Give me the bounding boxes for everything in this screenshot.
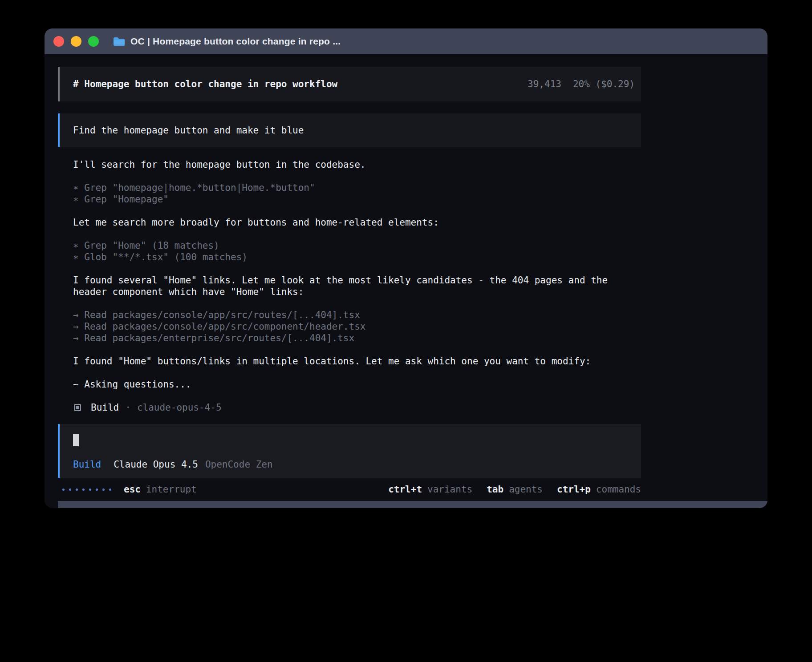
transcript-line: → Read packages/console/app/src/routes/[… — [58, 309, 641, 321]
folder-icon — [113, 36, 125, 46]
transcript-line: ∗ Grep "homepage|home.*button|Home.*butt… — [58, 182, 641, 194]
context-cost: 20% ($0.29) — [573, 79, 635, 89]
window-titlebar: OC | Homepage button color change in rep… — [45, 28, 767, 54]
hint-key-esc: esc — [124, 484, 141, 495]
spinner-dot — [96, 488, 98, 491]
hint-label-interrupt: interrupt — [146, 484, 197, 495]
transcript-line: ∗ Grep "Home" (18 matches) — [58, 240, 641, 251]
terminal-window: OC | Homepage button color change in rep… — [45, 28, 767, 508]
transcript-line: ∗ Glob "**/*.tsx" (100 matches) — [58, 251, 641, 263]
build-agent-icon — [74, 404, 81, 411]
token-count: 39,413 — [528, 79, 561, 89]
input-statusline: Build Claude Opus 4.5 OpenCode Zen — [73, 459, 628, 470]
spinner-dot — [109, 488, 111, 491]
input-provider: OpenCode Zen — [205, 459, 273, 470]
spinner-dots — [62, 488, 111, 491]
hint-label-agents: agents — [509, 484, 543, 495]
hint-variants: ctrl+tvariants — [388, 484, 472, 495]
hint-label-variants: variants — [427, 484, 472, 495]
spinner-dot — [82, 488, 85, 491]
agent-row: Build · claude-opus-4-5 — [58, 402, 641, 413]
transcript-line: ∗ Grep "Homepage" — [58, 194, 641, 205]
spinner-dot — [62, 488, 65, 491]
hint-interrupt: escinterrupt — [124, 484, 197, 495]
agent-model: claude-opus-4-5 — [137, 402, 222, 413]
transcript-line: → Read packages/console/app/src/componen… — [58, 321, 641, 332]
spinner-dot — [102, 488, 105, 491]
transcript-line: Let me search more broadly for buttons a… — [58, 217, 641, 228]
transcript-line: header component which have "Home" links… — [58, 286, 641, 298]
prompt-input[interactable]: Build Claude Opus 4.5 OpenCode Zen — [58, 424, 641, 478]
session-title: # Homepage button color change in repo w… — [73, 79, 337, 89]
transcript-line: I'll search for the homepage button in t… — [58, 159, 641, 170]
footer-right-hints: ctrl+tvariants tabagents ctrl+pcommands — [388, 484, 641, 495]
user-message-text: Find the homepage button and make it blu… — [73, 125, 304, 136]
spinner-dot — [69, 488, 71, 491]
agent-separator: · — [125, 402, 131, 413]
spinner-dot — [76, 488, 78, 491]
agent-name: Build — [91, 402, 119, 413]
spinner-dot — [89, 488, 91, 491]
session-header: # Homepage button color change in repo w… — [58, 67, 641, 101]
zoom-button[interactable] — [88, 36, 99, 47]
window-title: OC | Homepage button color change in rep… — [130, 36, 341, 47]
hint-key-ctrl-p: ctrl+p — [557, 484, 591, 495]
window-bottom-strip — [58, 501, 767, 508]
terminal-content: # Homepage button color change in repo w… — [45, 54, 767, 508]
transcript-line: ~ Asking questions... — [58, 379, 641, 390]
hint-agents: tabagents — [487, 484, 543, 495]
text-cursor — [73, 434, 79, 446]
transcript-line: I found several "Home" links. Let me loo… — [58, 274, 641, 286]
hint-key-ctrl-t: ctrl+t — [388, 484, 422, 495]
input-model[interactable]: Claude Opus 4.5 — [114, 459, 198, 470]
hint-key-tab: tab — [487, 484, 503, 495]
session-stats: 39,413 20% ($0.29) — [528, 79, 635, 89]
traffic-lights — [53, 36, 99, 47]
hint-commands: ctrl+pcommands — [557, 484, 641, 495]
close-button[interactable] — [53, 36, 64, 47]
input-mode[interactable]: Build — [73, 459, 101, 470]
minimize-button[interactable] — [71, 36, 81, 47]
transcript: I'll search for the homepage button in t… — [58, 159, 641, 390]
hint-label-commands: commands — [596, 484, 641, 495]
transcript-line: I found "Home" buttons/links in multiple… — [58, 355, 641, 367]
status-footer: escinterrupt ctrl+tvariants tabagents ct… — [58, 484, 641, 495]
transcript-line: → Read packages/enterprise/src/routes/[.… — [58, 332, 641, 344]
user-message: Find the homepage button and make it blu… — [58, 113, 641, 147]
